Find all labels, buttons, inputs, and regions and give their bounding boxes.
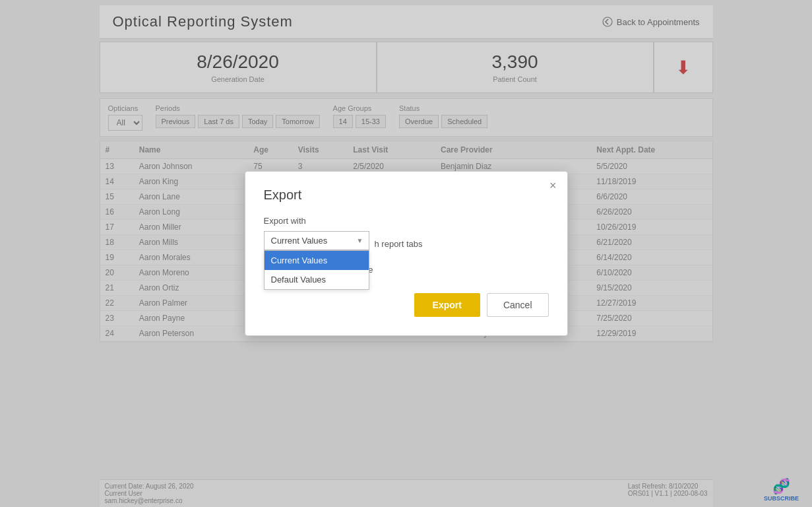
modal-overlay: × Export Export with Current Values Curr…: [0, 0, 812, 507]
export-button[interactable]: Export: [414, 293, 480, 317]
modal-actions: Export Cancel: [264, 293, 549, 317]
option-current-values[interactable]: Current Values: [265, 251, 369, 270]
include-tabs-label: h report tabs: [375, 239, 423, 249]
dropdown-selected-value: Current Values: [271, 236, 328, 246]
close-modal-button[interactable]: ×: [549, 180, 557, 191]
cancel-button[interactable]: Cancel: [487, 293, 549, 317]
export-modal: × Export Export with Current Values Curr…: [245, 171, 568, 336]
option-default-values[interactable]: Default Values: [265, 270, 369, 289]
export-with-label: Export with: [264, 216, 549, 226]
export-values-dropdown-trigger[interactable]: Current Values: [264, 231, 369, 250]
include-tabs-text: h report tabs: [375, 239, 423, 249]
export-values-dropdown-list: Current Values Default Values: [264, 250, 369, 290]
modal-title: Export: [264, 187, 549, 203]
export-values-dropdown-container: Current Values Current Values Default Va…: [264, 231, 369, 250]
